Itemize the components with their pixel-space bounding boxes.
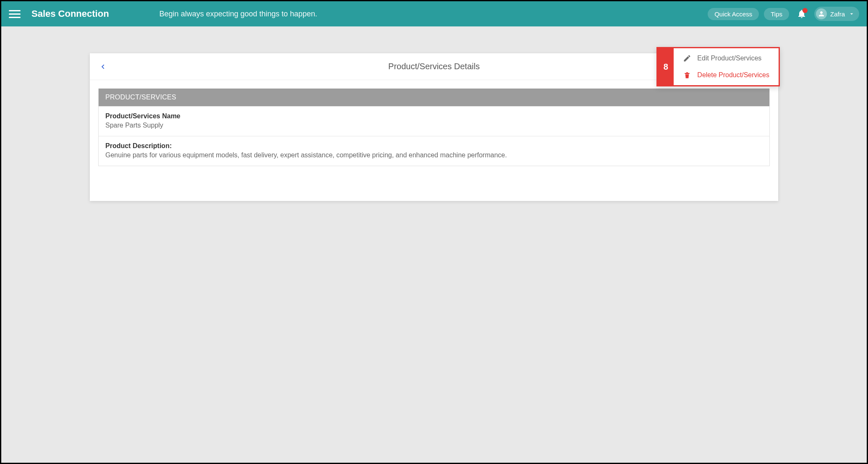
field-desc-label: Product Description: — [105, 142, 763, 150]
topbar-right: Quick Access Tips Zafra — [708, 7, 859, 21]
tips-button[interactable]: Tips — [764, 8, 789, 20]
notification-dot-icon — [803, 8, 808, 13]
section-header: PRODUCT/SERVICES — [99, 89, 769, 106]
delete-label: Delete Product/Services — [697, 71, 769, 79]
annotation-badge: 8 — [658, 48, 674, 85]
delete-product-button[interactable]: Delete Product/Services — [674, 67, 779, 83]
user-menu-button[interactable]: Zafra — [814, 7, 859, 21]
field-name-label: Product/Services Name — [105, 112, 763, 120]
edit-label: Edit Product/Services — [697, 55, 761, 62]
brand-title: Sales Connection — [31, 8, 109, 19]
quick-access-button[interactable]: Quick Access — [708, 8, 759, 20]
field-description: Product Description: Genuine parts for v… — [99, 136, 769, 166]
pencil-icon — [683, 54, 691, 63]
user-name-label: Zafra — [830, 10, 845, 18]
field-name-value: Spare Parts Supply — [105, 122, 763, 129]
notifications-button[interactable] — [797, 9, 807, 19]
page-title: Product/Services Details — [388, 62, 480, 71]
field-desc-value: Genuine parts for various equipment mode… — [105, 151, 763, 159]
topbar: Sales Connection Begin always expecting … — [1, 1, 867, 26]
edit-product-button[interactable]: Edit Product/Services — [674, 50, 779, 67]
menu-icon[interactable] — [9, 8, 21, 20]
chevron-down-icon — [848, 10, 855, 17]
field-name: Product/Services Name Spare Parts Supply — [99, 106, 769, 136]
trash-icon — [683, 71, 691, 79]
avatar-icon — [816, 8, 827, 19]
back-button[interactable] — [98, 62, 108, 72]
chevron-left-icon — [100, 62, 106, 71]
product-section: PRODUCT/SERVICES Product/Services Name S… — [98, 89, 770, 166]
context-menu-annotation: 8 Edit Product/Services Delete Product/S… — [656, 47, 780, 86]
banner-message: Begin always expecting good things to ha… — [159, 10, 317, 18]
context-menu: Edit Product/Services Delete Product/Ser… — [674, 48, 779, 85]
